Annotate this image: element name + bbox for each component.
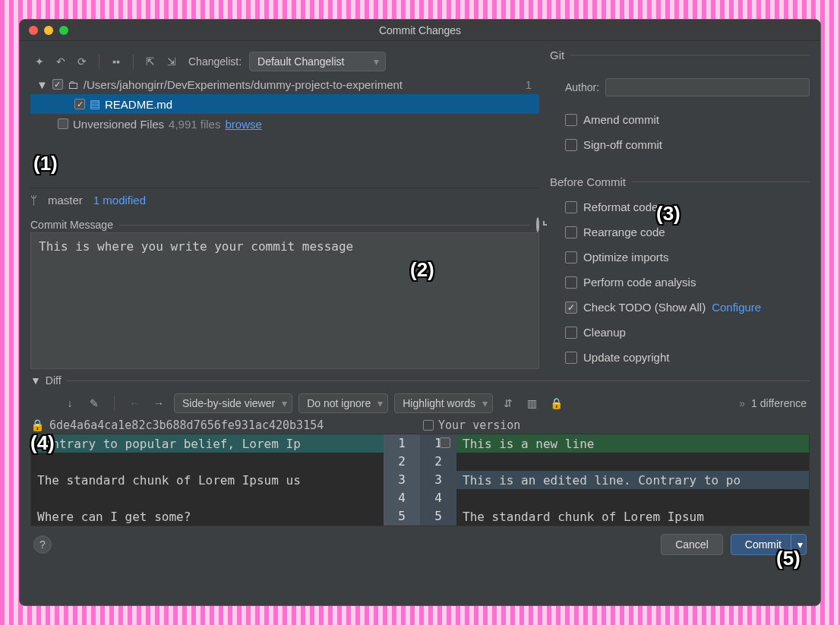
file-checkbox[interactable] bbox=[74, 99, 85, 109]
diff-revision-bar: 🔒 6de4a6a4ca1e82c3b688d7656fe931ac420b31… bbox=[30, 417, 810, 434]
git-section-title: Git bbox=[550, 49, 810, 62]
optimize-option[interactable]: Optimize imports bbox=[565, 251, 810, 264]
signoff-option[interactable]: Sign-off commit bbox=[565, 138, 810, 151]
browse-link[interactable]: browse bbox=[225, 118, 261, 131]
copyright-checkbox[interactable] bbox=[565, 352, 577, 364]
cleanup-label: Cleanup bbox=[583, 326, 626, 339]
tree-root-row[interactable]: ▼ 🗀 /Users/jahongirr/DevExperiments/dumm… bbox=[30, 74, 539, 94]
expand-all-icon[interactable]: ⇱ bbox=[141, 52, 159, 71]
your-version-checkbox[interactable] bbox=[423, 420, 434, 431]
diff-section: ▼ Diff ↓ ✎ ← → Side-by-side viewer ▾ Do … bbox=[30, 374, 810, 526]
rearrange-checkbox[interactable] bbox=[565, 226, 577, 238]
reformat-option[interactable]: Reformat code bbox=[565, 200, 810, 213]
changelist-value: Default Changelist bbox=[257, 55, 344, 68]
window-title: Commit Changes bbox=[20, 24, 820, 36]
todo-label: Check TODO (Show All) bbox=[583, 301, 706, 314]
gutter-num: 3 bbox=[384, 471, 420, 489]
diff-line: The standard chunk of Lorem Ipsum bbox=[456, 507, 809, 526]
ignore-value: Do not ignore bbox=[307, 397, 371, 409]
gutter-num: 1 bbox=[420, 434, 456, 453]
analysis-option[interactable]: Perform code analysis bbox=[565, 276, 810, 289]
cleanup-checkbox[interactable] bbox=[565, 327, 577, 339]
root-count: 1 bbox=[526, 78, 532, 91]
help-button[interactable]: ? bbox=[33, 535, 52, 554]
diff-count: 1 difference bbox=[751, 397, 807, 409]
signoff-checkbox[interactable] bbox=[565, 139, 577, 151]
collapse-unchanged-icon[interactable]: ⇵ bbox=[499, 394, 517, 412]
rearrange-option[interactable]: Rearrange code bbox=[565, 226, 810, 238]
show-diff-icon[interactable]: ✦ bbox=[30, 52, 49, 71]
changes-tree[interactable]: ▼ 🗀 /Users/jahongirr/DevExperiments/dumm… bbox=[30, 74, 539, 188]
gutter-num: 5 bbox=[384, 507, 420, 526]
sync-scroll-icon[interactable]: ▥ bbox=[523, 394, 542, 412]
revert-icon[interactable]: ↶ bbox=[52, 52, 70, 71]
tree-unversioned-row[interactable]: Unversioned Files 4,991 files browse bbox=[30, 114, 539, 134]
jump-to-source-icon[interactable]: ✎ bbox=[85, 394, 103, 412]
tree-expander-icon[interactable]: ▼ bbox=[36, 78, 48, 91]
diff-viewer[interactable]: Contrary to popular belief, Lorem Ip The… bbox=[30, 434, 810, 526]
refresh-icon[interactable]: ⟳ bbox=[73, 52, 91, 71]
highlight-value: Highlight words bbox=[403, 397, 475, 409]
changes-toolbar: ✦ ↶ ⟳ ▪▪ ⇱ ⇲ Changelist: Default Changel… bbox=[30, 49, 539, 74]
analysis-checkbox[interactable] bbox=[565, 276, 577, 289]
changelist-dropdown[interactable]: Default Changelist ▾ bbox=[249, 52, 386, 71]
diff-gutter: 1 2 3 4 5 1 2 3 4 5 bbox=[384, 434, 456, 526]
commit-message-input[interactable]: This is where you write your commit mess… bbox=[30, 232, 539, 369]
next-file-icon[interactable]: → bbox=[150, 394, 168, 412]
before-commit-title: Before Commit bbox=[550, 175, 626, 188]
branch-name: master bbox=[48, 194, 83, 207]
lock-icon[interactable]: 🔒 bbox=[548, 394, 566, 412]
next-diff-icon[interactable]: ↓ bbox=[61, 394, 79, 412]
collapse-all-icon[interactable]: ⇲ bbox=[163, 52, 181, 71]
changelist-label: Changelist: bbox=[188, 55, 242, 68]
cancel-label: Cancel bbox=[675, 538, 709, 551]
viewer-mode-dropdown[interactable]: Side-by-side viewer ▾ bbox=[174, 393, 292, 413]
diff-line: The standard chunk of Lorem Ipsum us bbox=[31, 471, 384, 489]
tree-file-row[interactable]: ▤ README.md bbox=[30, 94, 539, 114]
chevron-down-icon[interactable]: ▾ bbox=[791, 535, 803, 554]
cancel-button[interactable]: Cancel bbox=[661, 534, 723, 555]
gutter-num: 2 bbox=[420, 453, 456, 471]
diff-line: This is a new line bbox=[456, 434, 809, 453]
diff-toggle-icon[interactable]: ▼ bbox=[30, 374, 41, 387]
todo-option[interactable]: Check TODO (Show All) Configure bbox=[565, 301, 810, 314]
branch-icon: ᛘ bbox=[30, 194, 37, 207]
author-row: Author: bbox=[565, 78, 810, 96]
unversioned-checkbox[interactable] bbox=[58, 118, 68, 129]
commit-button[interactable]: Commit ▾ bbox=[731, 534, 807, 555]
copyright-option[interactable]: Update copyright bbox=[565, 351, 810, 364]
modified-count[interactable]: 1 modified bbox=[93, 194, 146, 207]
gutter-num: 4 bbox=[384, 489, 420, 507]
line-checkbox[interactable] bbox=[440, 437, 450, 448]
diff-left-pane[interactable]: Contrary to popular belief, Lorem Ip The… bbox=[31, 434, 384, 526]
optimize-label: Optimize imports bbox=[583, 251, 669, 264]
titlebar: Commit Changes bbox=[20, 20, 820, 41]
signoff-label: Sign-off commit bbox=[583, 138, 662, 151]
todo-checkbox[interactable] bbox=[565, 301, 577, 314]
diff-line bbox=[456, 489, 809, 507]
ignore-dropdown[interactable]: Do not ignore ▾ bbox=[298, 393, 388, 413]
amend-checkbox[interactable] bbox=[565, 114, 577, 126]
author-input[interactable] bbox=[605, 78, 810, 96]
more-icon[interactable]: » bbox=[739, 397, 745, 409]
optimize-checkbox[interactable] bbox=[565, 251, 577, 264]
diff-right-pane[interactable]: This is a new line This is an edited lin… bbox=[456, 434, 809, 526]
chevron-down-icon: ▾ bbox=[282, 397, 287, 409]
diff-line: Where can I get some? bbox=[31, 507, 384, 526]
amend-option[interactable]: Amend commit bbox=[565, 113, 810, 126]
amend-label: Amend commit bbox=[583, 113, 659, 126]
reformat-checkbox[interactable] bbox=[565, 201, 577, 213]
configure-link[interactable]: Configure bbox=[712, 301, 761, 314]
group-by-icon[interactable]: ▪▪ bbox=[107, 52, 125, 71]
cleanup-option[interactable]: Cleanup bbox=[565, 326, 810, 339]
diff-line bbox=[31, 453, 384, 471]
highlight-dropdown[interactable]: Highlight words ▾ bbox=[394, 393, 493, 413]
history-icon[interactable] bbox=[536, 219, 539, 231]
file-name: README.md bbox=[105, 98, 172, 111]
diff-label: Diff bbox=[46, 374, 62, 387]
chevron-down-icon: ▾ bbox=[374, 55, 379, 68]
prev-file-icon[interactable]: ← bbox=[125, 394, 144, 412]
unversioned-count: 4,991 files bbox=[169, 118, 220, 131]
diff-line bbox=[31, 489, 384, 507]
root-checkbox[interactable] bbox=[52, 79, 63, 90]
